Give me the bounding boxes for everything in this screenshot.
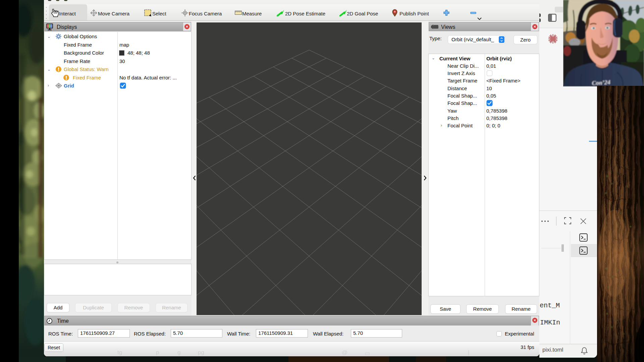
svg-text:Con’24: Con’24 [592, 79, 610, 86]
